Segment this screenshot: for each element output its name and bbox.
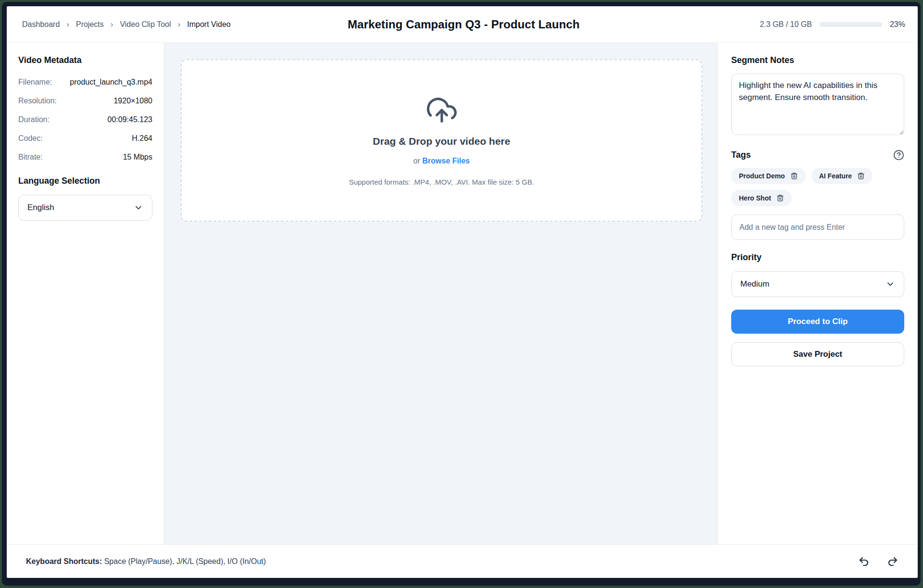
- supported-formats-note: Supported formats: .MP4, .MOV, .AVI. Max…: [349, 178, 534, 186]
- chevron-down-icon: [886, 279, 895, 289]
- help-circle-icon[interactable]: [893, 150, 904, 161]
- breadcrumb-dashboard[interactable]: Dashboard: [22, 20, 60, 29]
- language-selection-heading: Language Selection: [18, 176, 152, 186]
- metadata-value: 15 Mbps: [123, 153, 152, 162]
- upload-cloud-icon: [427, 95, 457, 125]
- tag-chip: AI Feature: [811, 168, 873, 184]
- dropzone-subtitle: or Browse Files: [413, 157, 470, 165]
- chevron-right-icon: ›: [66, 20, 69, 29]
- metadata-label: Filename:: [18, 78, 52, 87]
- segment-notes-heading: Segment Notes: [731, 55, 904, 65]
- priority-select[interactable]: Medium: [731, 271, 904, 297]
- storage-progress-bar: [820, 22, 882, 27]
- language-selected-value: English: [27, 203, 54, 213]
- app-window: Dashboard › Projects › Video Clip Tool ›…: [7, 6, 918, 578]
- save-project-button[interactable]: Save Project: [731, 342, 904, 366]
- storage-indicator: 2.3 GB / 10 GB 23%: [580, 20, 905, 29]
- breadcrumb-video-clip-tool[interactable]: Video Clip Tool: [120, 20, 171, 29]
- metadata-value: product_launch_q3.mp4: [70, 78, 152, 87]
- dropzone-title: Drag & Drop your video here: [373, 136, 511, 147]
- breadcrumb-import-video: Import Video: [187, 20, 230, 29]
- window-frame: Dashboard › Projects › Video Clip Tool ›…: [2, 2, 921, 586]
- metadata-row-filename: Filename: product_launch_q3.mp4: [18, 78, 152, 87]
- metadata-list: Filename: product_launch_q3.mp4 Resoluti…: [18, 78, 152, 162]
- metadata-sidebar: Video Metadata Filename: product_launch_…: [7, 43, 164, 544]
- chevron-right-icon: ›: [111, 20, 113, 29]
- tag-label: Hero Shot: [739, 194, 771, 202]
- main-content: Video Metadata Filename: product_launch_…: [7, 43, 918, 544]
- segment-sidebar: Segment Notes Highlight the new AI capab…: [717, 43, 918, 544]
- tag-chip: Hero Shot: [731, 190, 792, 206]
- proceed-to-clip-button[interactable]: Proceed to Clip: [731, 310, 904, 334]
- browse-files-link[interactable]: Browse Files: [422, 157, 470, 165]
- footer-bar: Keyboard Shortcuts: Space (Play/Pause), …: [7, 544, 918, 578]
- top-bar: Dashboard › Projects › Video Clip Tool ›…: [7, 6, 918, 43]
- undo-icon[interactable]: [858, 556, 870, 567]
- metadata-value: 00:09:45.123: [108, 115, 152, 124]
- breadcrumb-projects[interactable]: Projects: [76, 20, 104, 29]
- language-select[interactable]: English: [18, 195, 152, 221]
- keyboard-shortcuts-text: Keyboard Shortcuts: Space (Play/Pause), …: [26, 557, 266, 566]
- metadata-row-bitrate: Bitrate: 15 Mbps: [18, 153, 152, 162]
- video-metadata-heading: Video Metadata: [18, 55, 152, 65]
- metadata-label: Duration:: [18, 115, 50, 124]
- metadata-row-resolution: Resolution: 1920×1080: [18, 97, 152, 105]
- tag-label: AI Feature: [819, 172, 852, 180]
- history-controls: [858, 556, 898, 567]
- metadata-row-duration: Duration: 00:09:45.123: [18, 115, 152, 124]
- metadata-row-codec: Codec: H.264: [18, 134, 152, 143]
- storage-usage-label: 2.3 GB / 10 GB: [760, 20, 812, 29]
- tags-header: Tags: [731, 150, 904, 161]
- video-dropzone[interactable]: Drag & Drop your video here or Browse Fi…: [181, 59, 702, 222]
- metadata-label: Resolution:: [18, 97, 57, 105]
- chevron-down-icon: [134, 203, 143, 213]
- metadata-label: Codec:: [18, 134, 43, 143]
- redo-icon[interactable]: [887, 556, 898, 567]
- trash-icon[interactable]: [776, 194, 784, 202]
- tag-label: Product Demo: [739, 172, 785, 180]
- metadata-value: 1920×1080: [113, 97, 152, 105]
- priority-selected-value: Medium: [740, 279, 769, 289]
- keyboard-shortcuts-label: Keyboard Shortcuts:: [26, 557, 102, 565]
- tag-list: Product Demo AI Feature Hero Shot: [731, 168, 904, 206]
- page-title: Marketing Campaign Q3 - Product Launch: [348, 18, 580, 31]
- keyboard-shortcuts-list: Space (Play/Pause), J/K/L (Speed), I/O (…: [102, 557, 266, 565]
- metadata-label: Bitrate:: [18, 153, 43, 162]
- storage-percent-label: 23%: [890, 20, 905, 29]
- segment-notes-textarea[interactable]: Highlight the new AI capabilities in thi…: [731, 74, 904, 135]
- trash-icon[interactable]: [790, 172, 798, 180]
- or-text: or: [413, 157, 423, 165]
- tag-chip: Product Demo: [731, 168, 806, 184]
- metadata-value: H.264: [132, 134, 152, 143]
- tags-heading: Tags: [731, 150, 751, 160]
- chevron-right-icon: ›: [178, 20, 181, 29]
- add-tag-input[interactable]: [731, 214, 904, 240]
- breadcrumb: Dashboard › Projects › Video Clip Tool ›…: [22, 20, 348, 29]
- trash-icon[interactable]: [857, 172, 865, 180]
- import-workspace: Drag & Drop your video here or Browse Fi…: [164, 43, 717, 544]
- priority-heading: Priority: [731, 252, 904, 263]
